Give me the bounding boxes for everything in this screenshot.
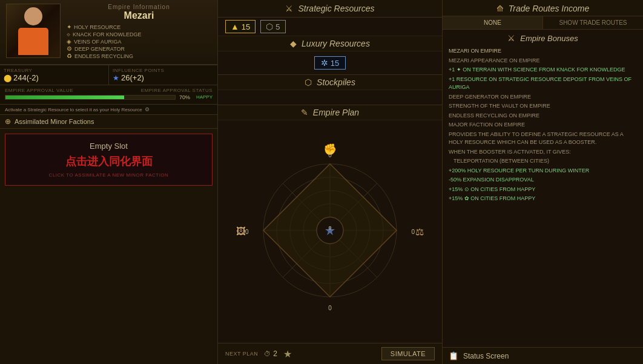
settings-icon: ⚙ — [145, 106, 150, 112]
empire-plan-section: ✎ Empire Plan ✊ 🖼 ⚖ 0 0 0 0 — [218, 105, 442, 364]
trade-tabs: NONE SHOW TRADE ROUTES — [443, 16, 643, 29]
bonuses-title-row: ⚔ Empire Bonuses — [449, 33, 637, 43]
empty-slot-title: Empty Slot — [90, 141, 128, 151]
approval-progress-fill — [5, 96, 124, 99]
empire-plan-label: Empire Plan — [313, 108, 359, 117]
next-plan-timer: ⏱ 2 — [264, 349, 277, 358]
bonuses-icon: ⚔ — [507, 33, 515, 43]
empty-slot-chinese-text: 点击进入同化界面 — [65, 154, 153, 169]
trade-routes-header: ⟰ Trade Routes Income NONE SHOW TRADE RO… — [443, 0, 643, 30]
trait-deep-generator: ⚙ DEEP GENERATOR — [67, 45, 211, 52]
favorite-button[interactable]: ★ — [283, 348, 292, 360]
radar-bottom-value: 0 — [328, 305, 332, 311]
luxury-badge: ✲ 15 — [314, 56, 346, 70]
approval-progress-bar — [5, 95, 176, 100]
radar-chart: 0 — [257, 158, 403, 303]
next-plan-bar: NEXT PLAN ⏱ 2 ★ SIMULATE — [218, 343, 442, 364]
treasury-block: TREASURY ⬤ 244(-2) — [0, 65, 109, 85]
holy-resource-icon: ✦ — [67, 24, 71, 30]
trade-icon: ⟰ — [496, 4, 504, 13]
plan-right-icon: ⚖ — [415, 226, 424, 238]
bonus-item-6: ENDLESS RECYCLING ON EMPIRE — [449, 111, 637, 121]
assimilated-section: ⊕ Assimilated Minor Factions Empty Slot … — [0, 115, 217, 364]
plan-left-icon: 🖼 — [236, 226, 246, 237]
approval-status-value: HAPPY — [196, 94, 213, 100]
influence-label: INFLUENCE POINTS — [113, 68, 214, 73]
bonus-item-1: MEZARI APPEARANCE ON EMPIRE — [449, 56, 637, 66]
bonus-item-8: PROVIDES THE ABILITY TO DEFINE A STRATEG… — [449, 130, 637, 148]
svg-text:0: 0 — [328, 225, 331, 231]
approval-percent: 70% — [179, 94, 196, 100]
strategic-count-1: 15 — [242, 22, 250, 31]
empire-info-label: Empire Information — [67, 4, 211, 10]
status-bar[interactable]: 📋 Status Screen — [443, 347, 643, 364]
bonus-item-3: +1 RESOURCE ON STRATEGIC RESOURCE DEPOSI… — [449, 75, 637, 93]
stockpiles-label: Stockpiles — [317, 77, 355, 87]
radar-right-value: 0 — [411, 229, 415, 235]
bonus-item-11: +200% HOLY RESOURCE PER TURN DURING WINT… — [449, 166, 637, 176]
radar-chart-container: ✊ 🖼 ⚖ 0 0 0 0 — [218, 120, 442, 343]
influence-star-icon: ★ — [113, 74, 119, 82]
empty-slot-button[interactable]: Empty Slot 点击进入同化界面 CLICK TO ASSIMILATE … — [5, 134, 213, 186]
trait-knack: ⟐ KNACK FOR KNOWLEDGE — [67, 31, 211, 37]
status-icon: 📋 — [449, 351, 458, 360]
luxury-icon: ◆ — [290, 39, 297, 48]
trade-routes-label: Trade Routes Income — [509, 4, 590, 13]
strategic-resource-row: ▲ 15 ⬡ 5 — [218, 18, 442, 36]
alert-icon: ▲ — [231, 22, 239, 31]
empire-bonuses-section: ⚔ Empire Bonuses MEZARI ON EMPIRE MEZARI… — [443, 30, 643, 347]
radar-left-value: 0 — [245, 229, 249, 235]
bonus-item-0: MEZARI ON EMPIRE — [449, 47, 637, 56]
trait-list: ✦ HOLY RESOURCE ⟐ KNACK FOR KNOWLEDGE ◈ … — [67, 24, 211, 59]
knack-icon: ⟐ — [67, 31, 70, 37]
empire-bonuses-label: Empire Bonuses — [520, 34, 578, 43]
influence-value: ★ 26(+2) — [113, 73, 214, 82]
simulate-button[interactable]: SIMULATE — [381, 347, 435, 360]
plan-icon: ✎ — [301, 108, 308, 117]
treasury-value: ⬤ 244(-2) — [4, 73, 105, 82]
middle-panel: ⚔ Strategic Resources ▲ 15 ⬡ 5 ◆ Luxury … — [218, 0, 443, 364]
empire-plan-header: ✎ Empire Plan — [218, 105, 442, 120]
influence-block: INFLUENCE POINTS ★ 26(+2) — [109, 65, 217, 85]
bonus-item-7: MAJOR FACTION ON EMPIRE — [449, 120, 637, 130]
empty-slot-cta: CLICK TO ASSIMILATE A NEW MINOR FACTION — [49, 172, 169, 178]
strategic-badge-1: ▲ 15 — [225, 20, 256, 33]
approval-value-label: EMPIRE APPROVAL VALUE — [5, 88, 73, 93]
clock-icon: ⏱ — [264, 350, 271, 357]
recycling-icon: ♻ — [67, 53, 72, 59]
avatar — [6, 4, 61, 58]
empire-header: Empire Information Mezari ✦ HOLY RESOURC… — [0, 0, 217, 65]
trait-veins: ◈ VEINS OF AURIGA — [67, 38, 211, 45]
stockpiles-header: ⬡ Stockpiles — [218, 75, 442, 90]
treasury-label: TREASURY — [4, 68, 105, 73]
assimilated-header: ⊕ Assimilated Minor Factions — [0, 115, 217, 129]
trade-title-row: ⟰ Trade Routes Income — [443, 0, 643, 16]
approval-status-label: EMPIRE APPROVAL STATUS — [141, 88, 213, 93]
strategic-count-2: 5 — [275, 22, 280, 31]
next-plan-label: NEXT PLAN — [225, 351, 258, 357]
approval-section: EMPIRE APPROVAL VALUE EMPIRE APPROVAL ST… — [0, 85, 217, 105]
stats-row: TREASURY ⬤ 244(-2) INFLUENCE POINTS ★ 26… — [0, 65, 217, 85]
bonus-item-10: TELEPORTATION (BETWEEN CITIES) — [449, 157, 637, 166]
empire-info: Empire Information Mezari ✦ HOLY RESOURC… — [67, 4, 211, 59]
tab-none[interactable]: NONE — [443, 16, 543, 29]
empire-name: Mezari — [67, 10, 211, 21]
strategic-resources-header: ⚔ Strategic Resources — [218, 0, 442, 18]
bonus-item-5: STRENGTH OF THE VAULT ON EMPIRE — [449, 102, 637, 111]
snowflake-icon: ✲ — [321, 58, 328, 68]
veins-icon: ◈ — [67, 38, 71, 45]
status-text: Status Screen — [463, 352, 509, 360]
strategic-resources-label: Strategic Resources — [298, 4, 374, 13]
left-panel: Empire Information Mezari ✦ HOLY RESOURC… — [0, 0, 218, 364]
bonus-item-9: WHEN THE BOOSTER IS ACTIVATED, IT GIVES: — [449, 148, 637, 157]
bonus-item-12: -50% EXPANSION DISAPPROVAL — [449, 175, 637, 185]
faction-icon: ⊕ — [5, 117, 11, 126]
bonus-item-13: +15% ⊙ ON CITIES FROM HAPPY — [449, 185, 637, 195]
bonus-item-2: +1 ✦ ON TERRAIN WITH SCIENCE FROM KNACK … — [449, 65, 637, 75]
trait-recycling: ♻ ENDLESS RECYCLING — [67, 53, 211, 59]
luxury-label: Luxury Resources — [302, 39, 370, 48]
stockpiles-section: ⬡ Stockpiles — [218, 75, 442, 105]
tab-show-trade-routes[interactable]: SHOW TRADE ROUTES — [543, 16, 643, 29]
timer-value: 2 — [273, 349, 277, 358]
generator-icon: ⚙ — [67, 45, 72, 52]
